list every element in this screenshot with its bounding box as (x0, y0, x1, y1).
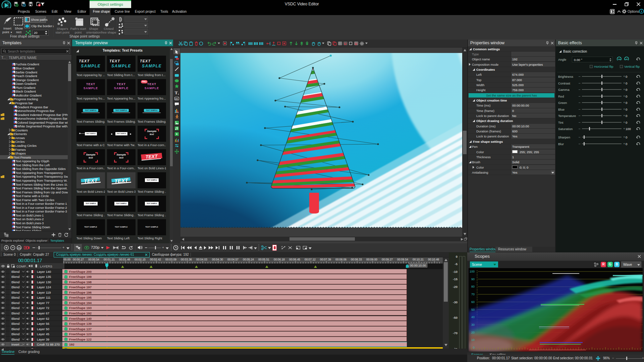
svg-text:90: 90 (618, 58, 620, 60)
svg-text:100: 100 (17, 247, 21, 249)
svg-text:cc: cc (175, 98, 178, 100)
svg-text:TEXT: TEXT (145, 153, 158, 160)
svg-text:TEXT: TEXT (84, 178, 98, 184)
svg-text:90: 90 (626, 58, 628, 60)
svg-text:T: T (175, 90, 178, 95)
svg-text:TEXT: TEXT (114, 178, 129, 184)
